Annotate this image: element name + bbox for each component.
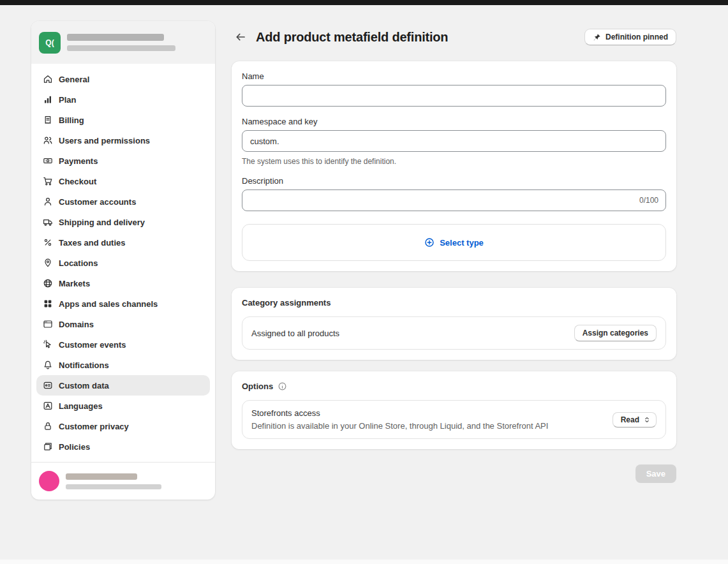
settings-sidebar: Q( General Plan Billing Users and permis… <box>31 21 215 500</box>
back-button[interactable] <box>232 28 249 46</box>
select-type-button[interactable]: Select type <box>242 224 666 261</box>
sidebar-item-billing[interactable]: Billing <box>36 110 210 130</box>
storefronts-access-text: Storefronts access Definition is availab… <box>251 408 548 431</box>
storefronts-access-description: Definition is available in your Online S… <box>251 421 548 431</box>
sidebar-item-taxes-and-duties[interactable]: Taxes and duties <box>36 232 210 253</box>
sidebar-item-checkout[interactable]: Checkout <box>36 171 210 191</box>
sidebar-item-locations[interactable]: Locations <box>36 253 210 273</box>
name-label: Name <box>242 71 666 81</box>
pin-icon <box>593 33 601 41</box>
sidebar-item-label: Locations <box>59 258 98 268</box>
page-header: Add product metafield definition Definit… <box>232 27 676 47</box>
namespace-key-input[interactable] <box>242 130 666 152</box>
top-window-bar <box>0 0 728 5</box>
store-url-redacted <box>67 45 175 51</box>
sidebar-item-label: Taxes and duties <box>59 238 126 248</box>
sidebar-item-label: Plan <box>59 95 76 105</box>
truck-icon <box>43 217 53 227</box>
definition-pinned-button[interactable]: Definition pinned <box>584 29 676 45</box>
sidebar-item-custom-data[interactable]: Custom data <box>36 375 210 396</box>
store-avatar: Q( <box>39 32 61 54</box>
map-pin-icon <box>43 258 53 268</box>
definition-pinned-label: Definition pinned <box>605 33 668 41</box>
apps-grid-icon <box>43 299 53 309</box>
bottom-window-strip <box>0 560 728 564</box>
name-input[interactable] <box>242 85 666 107</box>
info-icon[interactable] <box>278 382 287 391</box>
browser-icon <box>43 319 53 329</box>
sidebar-item-label: General <box>59 75 89 84</box>
user-footer[interactable] <box>31 462 215 500</box>
storefronts-access-select[interactable]: Read <box>613 412 657 427</box>
sidebar-item-customer-privacy[interactable]: Customer privacy <box>36 416 210 436</box>
category-assignments-card: Category assignments Assigned to all pro… <box>232 288 676 360</box>
person-icon <box>43 197 53 207</box>
percent-icon <box>43 237 53 248</box>
sidebar-item-label: Customer events <box>59 340 126 350</box>
sidebar-item-label: Notifications <box>59 360 109 370</box>
sidebar-item-payments[interactable]: Payments <box>36 151 210 171</box>
store-name-redacted <box>67 34 164 41</box>
sidebar-item-shipping-and-delivery[interactable]: Shipping and delivery <box>36 212 210 232</box>
sidebar-item-users-and-permissions[interactable]: Users and permissions <box>36 130 210 151</box>
sidebar-item-label: Payments <box>59 156 98 166</box>
options-card: Options Storefronts access Definition is… <box>232 371 676 449</box>
sidebar-item-label: Custom data <box>59 381 109 390</box>
store-header[interactable]: Q( <box>31 21 215 64</box>
settings-nav: General Plan Billing Users and permissio… <box>31 64 215 462</box>
plus-circle-icon <box>424 237 435 248</box>
description-label: Description <box>242 176 666 186</box>
category-assignments-title: Category assignments <box>242 298 666 308</box>
sidebar-item-label: Checkout <box>59 177 96 186</box>
page-title: Add product metafield definition <box>256 30 448 45</box>
sidebar-item-domains[interactable]: Domains <box>36 314 210 334</box>
policies-icon <box>43 442 53 452</box>
sidebar-item-general[interactable]: General <box>36 69 210 89</box>
store-info-redacted <box>67 34 175 51</box>
user-email-redacted <box>66 484 161 489</box>
checkout-cart-icon <box>43 176 53 186</box>
sidebar-item-label: Customer privacy <box>59 422 129 431</box>
save-button[interactable]: Save <box>635 464 676 483</box>
footer-actions: Save <box>232 464 676 483</box>
description-input[interactable] <box>242 189 666 211</box>
lock-icon <box>43 421 53 431</box>
sidebar-item-plan[interactable]: Plan <box>36 89 210 110</box>
translate-icon <box>43 401 53 411</box>
sidebar-item-languages[interactable]: Languages <box>36 396 210 416</box>
sidebar-item-markets[interactable]: Markets <box>36 273 210 293</box>
arrow-left-icon <box>235 31 246 43</box>
sidebar-item-policies[interactable]: Policies <box>36 436 210 457</box>
sidebar-item-label: Policies <box>59 442 90 452</box>
sidebar-item-label: Markets <box>59 279 90 288</box>
character-counter: 0/100 <box>639 196 658 205</box>
sidebar-item-label: Apps and sales channels <box>59 299 158 309</box>
users-icon <box>43 135 53 145</box>
sidebar-item-customer-events[interactable]: Customer events <box>36 334 210 355</box>
billing-icon <box>43 115 53 125</box>
sidebar-item-apps-and-sales-channels[interactable]: Apps and sales channels <box>36 293 210 314</box>
storefronts-access-row: Storefronts access Definition is availab… <box>242 400 666 439</box>
user-avatar <box>39 471 59 491</box>
definition-form-card: Name Namespace and key The system uses t… <box>232 61 676 271</box>
assign-categories-button[interactable]: Assign categories <box>574 325 657 341</box>
user-info-redacted <box>66 473 161 489</box>
globe-icon <box>43 278 53 288</box>
chevron-up-down-icon <box>643 416 651 424</box>
storefronts-access-select-value: Read <box>621 415 639 424</box>
sidebar-item-label: Domains <box>59 320 94 329</box>
home-icon <box>43 74 53 84</box>
namespace-label: Namespace and key <box>242 117 666 126</box>
user-name-redacted <box>66 473 137 480</box>
namespace-help-text: The system uses this to identify the def… <box>242 157 666 166</box>
sidebar-item-notifications[interactable]: Notifications <box>36 355 210 375</box>
main-content: Add product metafield definition Definit… <box>232 27 676 483</box>
payments-icon <box>43 156 53 166</box>
category-status-text: Assigned to all products <box>251 329 339 338</box>
sidebar-item-customer-accounts[interactable]: Customer accounts <box>36 191 210 212</box>
bell-icon <box>43 360 53 370</box>
options-title: Options <box>242 382 273 391</box>
category-assignment-row: Assigned to all products Assign categori… <box>242 316 666 350</box>
cursor-icon <box>43 339 53 350</box>
custom-data-icon <box>43 380 53 390</box>
